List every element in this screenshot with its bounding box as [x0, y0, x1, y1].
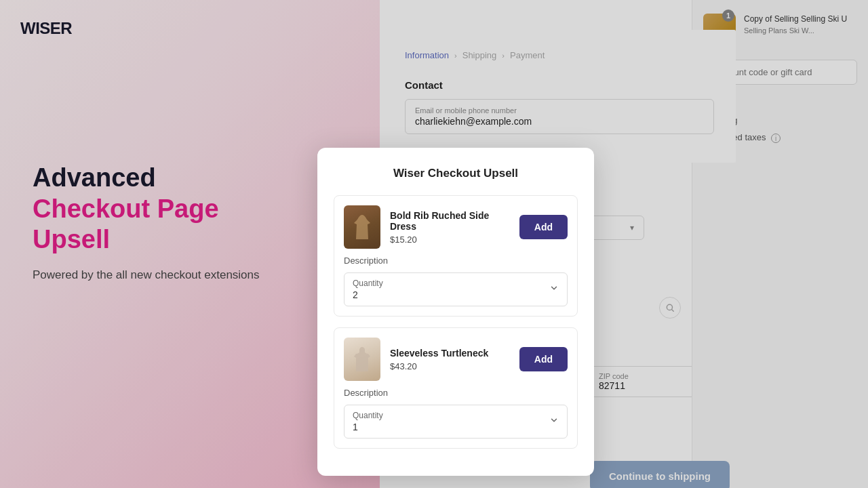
breadcrumb-shipping[interactable]: Shipping: [462, 50, 497, 60]
brand-logo: WISER: [20, 19, 72, 38]
hero-subtitle: Powered by the all new checkout extensio…: [33, 266, 260, 284]
upsell-item-1-price: $15.20: [390, 235, 510, 245]
upsell-item-1-quantity-dropdown[interactable]: Quantity 2: [344, 272, 568, 306]
email-value: charliekiehn@example.com: [415, 116, 704, 127]
upsell-item-1-description: Description: [344, 256, 568, 266]
upsell-item-2-info: Sleeveless Turtleneck $43.20: [390, 348, 510, 371]
breadcrumb-sep1: ›: [454, 52, 457, 60]
upsell-item-2-price: $43.20: [390, 361, 510, 371]
upsell-item-2-add-button[interactable]: Add: [519, 347, 568, 371]
upsell-item-1-name: Bold Rib Ruched Side Dress: [390, 210, 510, 232]
upsell-item-1-quantity-label: Quantity: [353, 279, 383, 288]
breadcrumb-payment[interactable]: Payment: [510, 50, 545, 60]
breadcrumb-sep2: ›: [502, 52, 505, 60]
upsell-item-2-quantity-value: 1: [353, 422, 383, 432]
hero-line3: Upsell: [33, 225, 110, 253]
upsell-item-2-quantity-label: Quantity: [353, 411, 383, 420]
breadcrumb: Information › Shipping › Payment: [405, 50, 714, 60]
upsell-item-1-info: Bold Rib Ruched Side Dress $15.20: [390, 210, 510, 245]
zip-value: 82711: [599, 380, 703, 391]
upsell-item-2-quantity-dropdown[interactable]: Quantity 1: [344, 405, 568, 439]
hero-line1: Advanced: [33, 163, 156, 192]
quantity-1-chevron-icon: [549, 283, 559, 296]
zip-label: ZIP code: [599, 372, 703, 380]
chevron-down-icon: ▾: [630, 223, 634, 232]
quantity-2-chevron-icon: [549, 415, 559, 428]
upsell-modal: Wiser Checkout Upsell Bold Rib Ruched Si…: [317, 148, 594, 476]
svg-line-1: [672, 310, 674, 312]
email-label: Email or mobile phone number: [415, 106, 704, 115]
email-field[interactable]: Email or mobile phone number charliekieh…: [405, 99, 714, 134]
continue-to-shipping-button[interactable]: Continue to shipping: [590, 461, 730, 488]
cart-item-name: Copy of Selling Selling Ski U: [744, 14, 857, 25]
upsell-item-2: Sleeveless Turtleneck $43.20 Add Descrip…: [334, 327, 578, 449]
upsell-item-2-description: Description: [344, 388, 568, 398]
cart-item-info: Copy of Selling Selling Ski U Selling Pl…: [744, 14, 857, 35]
upsell-item-1-add-button[interactable]: Add: [519, 215, 568, 239]
upsell-item-1-quantity-value: 2: [353, 289, 383, 300]
upsell-item-2-thumbnail: [344, 338, 380, 381]
search-icon[interactable]: [659, 297, 681, 319]
taxes-info-icon: i: [771, 134, 781, 143]
cart-item-subtitle: Selling Plans Ski W...: [744, 26, 857, 35]
cart-badge: 1: [722, 9, 734, 22]
upsell-item-1-thumbnail: [344, 205, 380, 249]
search-area: [659, 297, 681, 319]
hero-line2: Checkout Page: [33, 195, 219, 223]
contact-section-title: Contact: [405, 79, 714, 91]
modal-title: Wiser Checkout Upsell: [334, 167, 578, 180]
hero-section: Advanced Checkout Page Upsell Powered by…: [33, 163, 260, 283]
breadcrumb-information[interactable]: Information: [405, 50, 449, 60]
upsell-item-2-name: Sleeveless Turtleneck: [390, 348, 510, 359]
checkout-form: Information › Shipping › Payment Contact…: [383, 30, 736, 163]
upsell-item-1: Bold Rib Ruched Side Dress $15.20 Add De…: [334, 195, 578, 317]
